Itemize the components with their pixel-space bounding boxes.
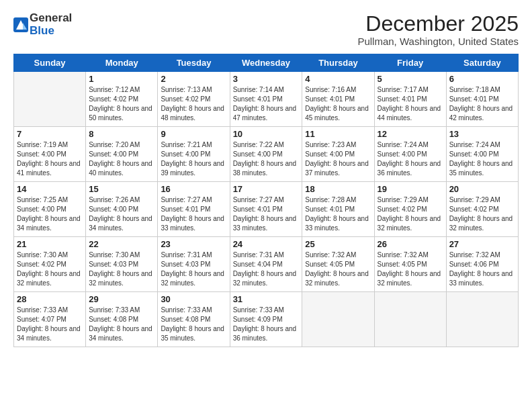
day-info: Sunrise: 7:14 AM Sunset: 4:01 PM Dayligh…: [233, 85, 300, 123]
table-row: 14 Sunrise: 7:25 AM Sunset: 4:00 PM Dayl…: [14, 182, 86, 237]
logo-line2: Blue: [30, 25, 72, 38]
table-row: 31 Sunrise: 7:33 AM Sunset: 4:09 PM Dayl…: [230, 292, 302, 347]
day-info: Sunrise: 7:26 AM Sunset: 4:00 PM Dayligh…: [89, 195, 154, 233]
table-row: 5 Sunrise: 7:17 AM Sunset: 4:01 PM Dayli…: [374, 72, 446, 127]
table-row: 13 Sunrise: 7:24 AM Sunset: 4:00 PM Dayl…: [446, 127, 518, 182]
day-number: 27: [449, 239, 515, 249]
table-row: 3 Sunrise: 7:14 AM Sunset: 4:01 PM Dayli…: [230, 72, 302, 127]
header-monday: Monday: [86, 54, 158, 72]
day-number: 15: [89, 184, 154, 194]
day-number: 29: [89, 294, 154, 304]
day-info: Sunrise: 7:33 AM Sunset: 4:08 PM Dayligh…: [89, 306, 154, 343]
day-number: 21: [17, 239, 83, 249]
table-row: 23 Sunrise: 7:31 AM Sunset: 4:03 PM Dayl…: [158, 237, 230, 292]
table-row: [14, 72, 86, 127]
day-number: 2: [161, 74, 226, 84]
day-info: Sunrise: 7:16 AM Sunset: 4:01 PM Dayligh…: [305, 85, 371, 123]
table-row: 28 Sunrise: 7:33 AM Sunset: 4:07 PM Dayl…: [14, 292, 86, 347]
table-row: 10 Sunrise: 7:22 AM Sunset: 4:00 PM Dayl…: [230, 127, 302, 182]
day-info: Sunrise: 7:33 AM Sunset: 4:07 PM Dayligh…: [17, 306, 83, 343]
calendar-subtitle: Pullman, Washington, United States: [357, 36, 519, 47]
day-info: Sunrise: 7:25 AM Sunset: 4:00 PM Dayligh…: [17, 195, 83, 233]
day-number: 5: [378, 74, 443, 84]
day-number: 13: [449, 129, 515, 139]
day-number: 4: [305, 74, 371, 84]
logo-icon: [13, 17, 28, 32]
table-row: 17 Sunrise: 7:27 AM Sunset: 4:01 PM Dayl…: [230, 182, 302, 237]
day-info: Sunrise: 7:31 AM Sunset: 4:03 PM Dayligh…: [161, 250, 226, 288]
day-number: 8: [89, 129, 154, 139]
table-row: 19 Sunrise: 7:29 AM Sunset: 4:02 PM Dayl…: [374, 182, 446, 237]
table-row: 16 Sunrise: 7:27 AM Sunset: 4:01 PM Dayl…: [158, 182, 230, 237]
table-row: 1 Sunrise: 7:12 AM Sunset: 4:02 PM Dayli…: [86, 72, 158, 127]
day-info: Sunrise: 7:33 AM Sunset: 4:08 PM Dayligh…: [161, 306, 226, 343]
calendar-week-row: 1 Sunrise: 7:12 AM Sunset: 4:02 PM Dayli…: [14, 72, 519, 127]
day-info: Sunrise: 7:13 AM Sunset: 4:02 PM Dayligh…: [161, 85, 226, 123]
header-saturday: Saturday: [446, 54, 518, 72]
calendar-week-row: 7 Sunrise: 7:19 AM Sunset: 4:00 PM Dayli…: [14, 127, 519, 182]
table-row: 27 Sunrise: 7:32 AM Sunset: 4:06 PM Dayl…: [446, 237, 518, 292]
day-number: 14: [17, 184, 83, 194]
day-number: 22: [89, 239, 154, 249]
day-number: 24: [233, 239, 300, 249]
day-number: 16: [161, 184, 226, 194]
table-row: 7 Sunrise: 7:19 AM Sunset: 4:00 PM Dayli…: [14, 127, 86, 182]
table-row: [446, 292, 518, 347]
day-number: 18: [305, 184, 371, 194]
day-number: 11: [305, 129, 371, 139]
calendar-week-row: 28 Sunrise: 7:33 AM Sunset: 4:07 PM Dayl…: [14, 292, 519, 347]
table-row: 22 Sunrise: 7:30 AM Sunset: 4:03 PM Dayl…: [86, 237, 158, 292]
table-row: 8 Sunrise: 7:20 AM Sunset: 4:00 PM Dayli…: [86, 127, 158, 182]
day-number: 7: [17, 129, 83, 139]
day-number: 23: [161, 239, 226, 249]
table-row: 9 Sunrise: 7:21 AM Sunset: 4:00 PM Dayli…: [158, 127, 230, 182]
day-info: Sunrise: 7:24 AM Sunset: 4:00 PM Dayligh…: [378, 140, 443, 178]
table-row: 15 Sunrise: 7:26 AM Sunset: 4:00 PM Dayl…: [86, 182, 158, 237]
day-info: Sunrise: 7:18 AM Sunset: 4:01 PM Dayligh…: [449, 85, 515, 123]
header-friday: Friday: [374, 54, 446, 72]
logo: General Blue: [13, 12, 72, 37]
day-info: Sunrise: 7:31 AM Sunset: 4:04 PM Dayligh…: [233, 250, 300, 288]
table-row: 6 Sunrise: 7:18 AM Sunset: 4:01 PM Dayli…: [446, 72, 518, 127]
day-info: Sunrise: 7:28 AM Sunset: 4:01 PM Dayligh…: [305, 195, 371, 233]
day-info: Sunrise: 7:32 AM Sunset: 4:06 PM Dayligh…: [449, 250, 515, 288]
day-info: Sunrise: 7:27 AM Sunset: 4:01 PM Dayligh…: [233, 195, 300, 233]
day-number: 17: [233, 184, 300, 194]
day-info: Sunrise: 7:33 AM Sunset: 4:09 PM Dayligh…: [233, 306, 300, 343]
table-row: 20 Sunrise: 7:29 AM Sunset: 4:02 PM Dayl…: [446, 182, 518, 237]
day-number: 30: [161, 294, 226, 304]
title-block: December 2025 Pullman, Washington, Unite…: [357, 12, 519, 47]
calendar-week-row: 14 Sunrise: 7:25 AM Sunset: 4:00 PM Dayl…: [14, 182, 519, 237]
day-info: Sunrise: 7:22 AM Sunset: 4:00 PM Dayligh…: [233, 140, 300, 178]
table-row: 11 Sunrise: 7:23 AM Sunset: 4:00 PM Dayl…: [302, 127, 374, 182]
calendar-header-row: Sunday Monday Tuesday Wednesday Thursday…: [14, 54, 519, 72]
header-wednesday: Wednesday: [230, 54, 302, 72]
calendar-title: December 2025: [357, 12, 519, 36]
table-row: 24 Sunrise: 7:31 AM Sunset: 4:04 PM Dayl…: [230, 237, 302, 292]
logo-line1: General: [30, 12, 72, 25]
table-row: 26 Sunrise: 7:32 AM Sunset: 4:05 PM Dayl…: [374, 237, 446, 292]
day-info: Sunrise: 7:23 AM Sunset: 4:00 PM Dayligh…: [305, 140, 371, 178]
header-sunday: Sunday: [14, 54, 86, 72]
table-row: 21 Sunrise: 7:30 AM Sunset: 4:02 PM Dayl…: [14, 237, 86, 292]
day-number: 6: [449, 74, 515, 84]
day-info: Sunrise: 7:24 AM Sunset: 4:00 PM Dayligh…: [449, 140, 515, 178]
day-info: Sunrise: 7:32 AM Sunset: 4:05 PM Dayligh…: [305, 250, 371, 288]
table-row: 2 Sunrise: 7:13 AM Sunset: 4:02 PM Dayli…: [158, 72, 230, 127]
day-number: 19: [378, 184, 443, 194]
day-info: Sunrise: 7:29 AM Sunset: 4:02 PM Dayligh…: [378, 195, 443, 233]
table-row: [302, 292, 374, 347]
day-number: 3: [233, 74, 300, 84]
header-tuesday: Tuesday: [158, 54, 230, 72]
table-row: 29 Sunrise: 7:33 AM Sunset: 4:08 PM Dayl…: [86, 292, 158, 347]
day-number: 1: [89, 74, 154, 84]
day-info: Sunrise: 7:30 AM Sunset: 4:03 PM Dayligh…: [89, 250, 154, 288]
table-row: 4 Sunrise: 7:16 AM Sunset: 4:01 PM Dayli…: [302, 72, 374, 127]
day-number: 26: [378, 239, 443, 249]
day-number: 12: [378, 129, 443, 139]
day-info: Sunrise: 7:20 AM Sunset: 4:00 PM Dayligh…: [89, 140, 154, 178]
table-row: 30 Sunrise: 7:33 AM Sunset: 4:08 PM Dayl…: [158, 292, 230, 347]
day-number: 10: [233, 129, 300, 139]
day-number: 20: [449, 184, 515, 194]
calendar-table: Sunday Monday Tuesday Wednesday Thursday…: [13, 54, 519, 347]
